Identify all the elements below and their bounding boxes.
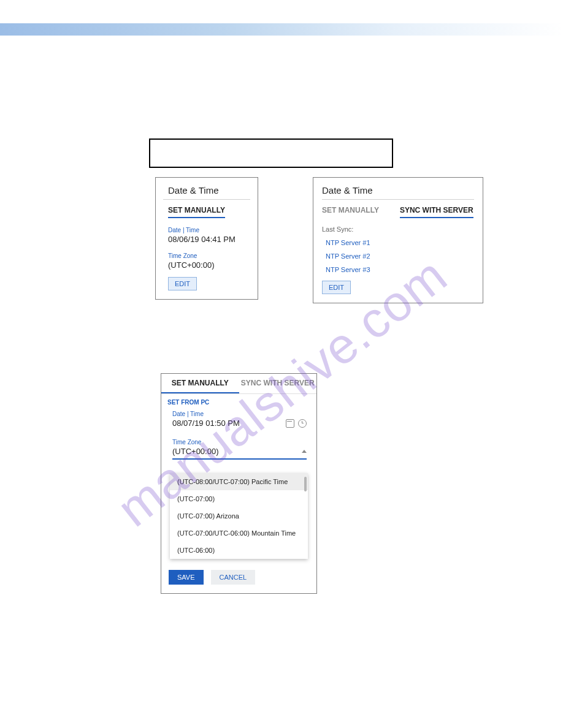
timezone-value: (UTC+00:00) xyxy=(168,260,250,270)
calendar-icon[interactable] xyxy=(286,419,294,428)
dropdown-scrollbar[interactable] xyxy=(304,477,307,491)
ntp-server-2[interactable]: NTP Server #2 xyxy=(326,252,474,260)
timezone-dropdown: (UTC-08:00/UTC-07:00) Pacific Time (UTC-… xyxy=(170,473,308,559)
timezone-select[interactable]: (UTC+00:00) xyxy=(172,447,307,460)
placeholder-box xyxy=(149,138,393,168)
date-time-card-sync: Date & Time SET MANUALLY SYNC WITH SERVE… xyxy=(313,177,483,303)
cancel-button[interactable]: CANCEL xyxy=(211,570,256,585)
dropdown-item[interactable]: (UTC-07:00) Arizona xyxy=(170,507,308,525)
date-time-icons xyxy=(286,419,307,428)
dropdown-item[interactable]: (UTC-06:00) xyxy=(170,542,308,559)
tab-row: SET MANUALLY SYNC WITH SERVER xyxy=(322,203,474,218)
timezone-label: Time Zone xyxy=(172,439,307,446)
ntp-server-1[interactable]: NTP Server #1 xyxy=(326,239,474,246)
date-time-label: Date | Time xyxy=(172,411,307,417)
date-time-value[interactable]: 08/07/19 01:50 PM xyxy=(172,419,240,428)
header-gradient xyxy=(0,23,563,36)
tab-sync-with-server[interactable]: SYNC WITH SERVER xyxy=(239,374,317,393)
tab-set-manually[interactable]: SET MANUALLY xyxy=(168,203,225,218)
card-title: Date & Time xyxy=(163,185,250,195)
clock-icon[interactable] xyxy=(298,419,307,428)
dropdown-item[interactable]: (UTC-07:00) xyxy=(170,490,308,507)
date-time-edit-panel: SET MANUALLY SYNC WITH SERVER SET FROM P… xyxy=(161,373,317,594)
timezone-value: (UTC+00:00) xyxy=(172,447,219,456)
divider xyxy=(322,199,474,200)
date-time-card-manual: Date & Time SET MANUALLY Date | Time 08/… xyxy=(155,177,258,300)
tab-sync-with-server[interactable]: SYNC WITH SERVER xyxy=(400,203,473,218)
last-sync-label: Last Sync: xyxy=(322,226,474,233)
dropdown-item[interactable]: (UTC-08:00/UTC-07:00) Pacific Time xyxy=(170,473,308,490)
tab-set-manually[interactable]: SET MANUALLY xyxy=(322,203,379,218)
tab-row: SET MANUALLY SYNC WITH SERVER xyxy=(161,374,316,394)
tab-set-manually[interactable]: SET MANUALLY xyxy=(161,374,239,393)
divider xyxy=(163,199,250,200)
ntp-server-3[interactable]: NTP Server #3 xyxy=(326,266,474,273)
save-button[interactable]: SAVE xyxy=(169,570,204,585)
timezone-field: Time Zone (UTC+00:00) xyxy=(161,436,316,460)
date-time-field: Date | Time 08/07/19 01:50 PM xyxy=(161,408,316,428)
date-time-label: Date | Time xyxy=(168,227,250,233)
timezone-label: Time Zone xyxy=(168,252,250,259)
date-time-value: 08/06/19 04:41 PM xyxy=(168,235,250,244)
edit-button[interactable]: EDIT xyxy=(168,277,197,290)
edit-button[interactable]: EDIT xyxy=(322,281,351,294)
card-title: Date & Time xyxy=(322,185,474,195)
dropdown-item[interactable]: (UTC-07:00/UTC-06:00) Mountain Time xyxy=(170,525,308,542)
chevron-up-icon xyxy=(302,450,307,453)
button-row: SAVE CANCEL xyxy=(161,561,316,593)
set-from-pc-link[interactable]: SET FROM PC xyxy=(161,394,316,408)
